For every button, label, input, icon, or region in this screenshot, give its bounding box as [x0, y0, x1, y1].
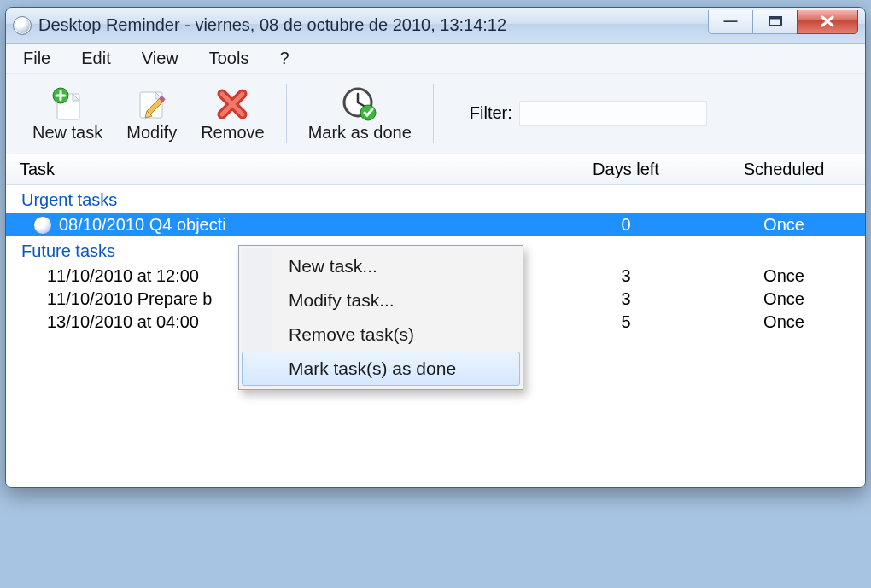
header-task[interactable]: Task: [6, 160, 549, 179]
minimize-button[interactable]: —: [708, 10, 752, 34]
task-sched: Once: [703, 215, 865, 235]
modify-icon: [133, 85, 171, 123]
task-text: 08/10/2010 Q4 objecti: [59, 215, 226, 235]
mark-done-button[interactable]: Mark as done: [297, 81, 423, 145]
task-days: 5: [549, 312, 703, 332]
close-button[interactable]: [797, 10, 858, 34]
maximize-icon: [769, 16, 782, 26]
clock-icon: [33, 216, 52, 235]
filter-input[interactable]: [519, 101, 707, 126]
menu-file[interactable]: File: [23, 49, 50, 68]
group-urgent[interactable]: Urgent tasks: [6, 185, 865, 213]
filter-label: Filter:: [470, 103, 512, 123]
toolbar: New task Modify Remove Mark as done Filt…: [6, 73, 865, 154]
task-days: 3: [549, 266, 703, 286]
mark-done-label: Mark as done: [308, 123, 412, 143]
minimize-icon: —: [724, 14, 738, 29]
ctx-new-task[interactable]: New task...: [242, 249, 520, 283]
task-sched: Once: [703, 312, 865, 332]
menu-tools[interactable]: Tools: [209, 49, 249, 68]
menu-edit[interactable]: Edit: [81, 49, 110, 68]
header-scheduled[interactable]: Scheduled: [703, 160, 865, 179]
modify-label: Modify: [126, 123, 177, 143]
task-sched: Once: [703, 266, 865, 286]
close-icon: [820, 15, 835, 27]
menu-help[interactable]: ?: [279, 49, 289, 68]
ctx-remove-task[interactable]: Remove task(s): [242, 317, 520, 352]
remove-label: Remove: [201, 123, 264, 143]
menubar: File Edit View Tools ?: [6, 44, 865, 73]
task-days: 0: [549, 215, 703, 235]
new-task-button[interactable]: New task: [21, 81, 114, 145]
task-days: 3: [549, 289, 703, 309]
ctx-mark-done[interactable]: Mark task(s) as done: [242, 352, 520, 386]
task-row[interactable]: 08/10/2010 Q4 objecti 0 Once: [6, 213, 865, 236]
app-window: Desktop Reminder - viernes, 08 de octubr…: [5, 7, 866, 488]
mark-done-icon: [341, 85, 378, 123]
remove-icon: [213, 85, 251, 123]
task-text: 13/10/2010 at 04:00: [20, 312, 199, 332]
menu-view[interactable]: View: [142, 49, 178, 68]
maximize-button[interactable]: [752, 10, 797, 34]
ctx-modify-task[interactable]: Modify task...: [242, 283, 520, 317]
modify-button[interactable]: Modify: [115, 81, 188, 145]
window-buttons: —: [708, 10, 858, 34]
task-text: 11/10/2010 at 12:00: [20, 266, 199, 286]
context-menu: New task... Modify task... Remove task(s…: [238, 245, 523, 390]
header-days-left[interactable]: Days left: [549, 160, 703, 179]
titlebar[interactable]: Desktop Reminder - viernes, 08 de octubr…: [6, 8, 865, 44]
new-task-icon: [49, 85, 86, 123]
column-headers: Task Days left Scheduled: [6, 154, 865, 185]
window-title: Desktop Reminder - viernes, 08 de octubr…: [38, 15, 708, 35]
remove-button[interactable]: Remove: [190, 81, 275, 145]
new-task-label: New task: [32, 123, 102, 143]
toolbar-separator: [286, 84, 287, 143]
task-text: 11/10/2010 Prepare b: [20, 289, 213, 309]
filter-group: Filter:: [470, 101, 707, 126]
app-icon: [13, 16, 32, 35]
task-sched: Once: [703, 289, 865, 309]
toolbar-separator-2: [433, 84, 434, 143]
